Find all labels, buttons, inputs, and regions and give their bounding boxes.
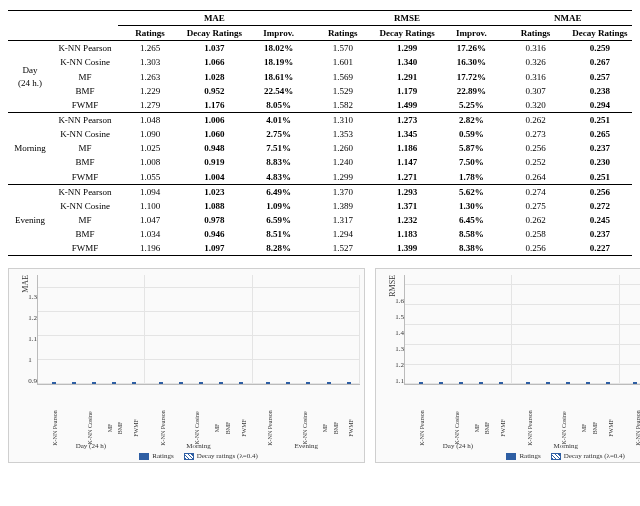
bar-decay-ratings (306, 382, 310, 384)
value-cell: 1.601 (311, 55, 375, 69)
value-cell: 1.291 (375, 70, 439, 84)
algorithm-label: FWMF (52, 98, 118, 113)
value-cell: 0.227 (568, 241, 632, 256)
legend-swatch-hatch (551, 453, 561, 460)
value-cell: 0.264 (504, 170, 568, 185)
value-cell: 1.090 (118, 127, 182, 141)
bar-decay-ratings (526, 382, 530, 384)
value-cell: 1.345 (375, 127, 439, 141)
value-cell: 1.025 (118, 141, 182, 155)
bar-pair (316, 382, 336, 384)
value-cell: 1.179 (375, 84, 439, 98)
bar-pair (168, 382, 188, 384)
sub-header: Ratings (504, 26, 568, 41)
sub-header: Decay Ratings (375, 26, 439, 41)
value-cell: 7.51% (247, 141, 311, 155)
value-cell: 1.196 (118, 241, 182, 256)
algorithm-label: FWMF (52, 241, 118, 256)
legend-swatch-hatch (184, 453, 194, 460)
value-cell: 8.58% (439, 227, 503, 241)
y-tick: 1.6 (395, 297, 404, 305)
value-cell: 1.094 (118, 184, 182, 199)
chart-mae: MAE1.31.21.110.9K-NN PearsonK-NN CosineM… (8, 268, 365, 463)
value-cell: 1.066 (182, 55, 246, 69)
value-cell: 0.274 (504, 184, 568, 199)
bar-decay-ratings (219, 382, 223, 384)
value-cell: 0.251 (568, 112, 632, 127)
value-cell: 0.307 (504, 84, 568, 98)
bar-decay-ratings (179, 382, 183, 384)
value-cell: 1.034 (118, 227, 182, 241)
value-cell: 0.251 (568, 170, 632, 185)
legend-label: Decay ratings (λ=0.4) (564, 452, 625, 460)
value-cell: 0.265 (568, 127, 632, 141)
value-cell: 0.258 (504, 227, 568, 241)
value-cell: 0.919 (182, 155, 246, 169)
value-cell: 0.259 (568, 41, 632, 56)
x-tick-label: FWMF (123, 420, 149, 438)
legend-label: Ratings (519, 452, 540, 460)
value-cell: 1.260 (311, 141, 375, 155)
bar-pair (448, 382, 468, 384)
bar-pair (41, 382, 61, 384)
value-cell: 0.978 (182, 213, 246, 227)
algorithm-label: K-NN Pearson (52, 112, 118, 127)
value-cell: 0.237 (568, 227, 632, 241)
bar-decay-ratings (266, 382, 270, 384)
value-cell: 0.238 (568, 84, 632, 98)
value-cell: 1.100 (118, 199, 182, 213)
value-cell: 1.048 (118, 112, 182, 127)
value-cell: 1.279 (118, 98, 182, 113)
value-cell: 1.240 (311, 155, 375, 169)
bar-pair (408, 382, 428, 384)
value-cell: 8.38% (439, 241, 503, 256)
value-cell: 1.176 (182, 98, 246, 113)
value-cell: 0.257 (568, 70, 632, 84)
value-cell: 0.59% (439, 127, 503, 141)
value-cell: 0.252 (504, 155, 568, 169)
metric-group-header: MAE (118, 11, 311, 26)
bar-decay-ratings (419, 382, 423, 384)
value-cell: 0.262 (504, 112, 568, 127)
value-cell: 0.948 (182, 141, 246, 155)
value-cell: 1.570 (311, 41, 375, 56)
value-cell: 22.54% (247, 84, 311, 98)
value-cell: 17.26% (439, 41, 503, 56)
value-cell: 1.371 (375, 199, 439, 213)
value-cell: 2.75% (247, 127, 311, 141)
value-cell: 1.037 (182, 41, 246, 56)
value-cell: 1.023 (182, 184, 246, 199)
value-cell: 4.01% (247, 112, 311, 127)
bar-pair (101, 382, 121, 384)
bar-decay-ratings (286, 382, 290, 384)
value-cell: 1.229 (118, 84, 182, 98)
value-cell: 1.527 (311, 241, 375, 256)
x-tick-label: K-NN Pearson (149, 411, 175, 447)
legend-swatch-solid (139, 453, 149, 460)
row-group-label: Morning (8, 112, 52, 184)
value-cell: 0.946 (182, 227, 246, 241)
x-tick-label: FWMF (490, 420, 516, 438)
value-cell: 0.320 (504, 98, 568, 113)
value-cell: 0.316 (504, 70, 568, 84)
value-cell: 1.263 (118, 70, 182, 84)
bar-decay-ratings (112, 382, 116, 384)
value-cell: 1.028 (182, 70, 246, 84)
algorithm-label: K-NN Pearson (52, 41, 118, 56)
row-group-label: Day(24 h.) (8, 41, 52, 113)
algorithm-label: MF (52, 213, 118, 227)
bar-pair (229, 382, 249, 384)
legend-label: Ratings (152, 452, 173, 460)
chart-legend: RatingsDecay ratings (λ=0.4) (382, 450, 640, 460)
value-cell: 1.273 (375, 112, 439, 127)
value-cell: 0.326 (504, 55, 568, 69)
bar-decay-ratings (546, 382, 550, 384)
table-body: Day(24 h.)K-NN Pearson1.2651.03718.02%1.… (8, 41, 632, 256)
value-cell: 1.006 (182, 112, 246, 127)
value-cell: 1.399 (375, 241, 439, 256)
sub-header: Ratings (311, 26, 375, 41)
bar-pair (148, 382, 168, 384)
table-head: MAERMSENMAERatingsDecay RatingsImprov.Ra… (8, 11, 632, 41)
value-cell: 1.303 (118, 55, 182, 69)
bar-decay-ratings (586, 382, 590, 384)
